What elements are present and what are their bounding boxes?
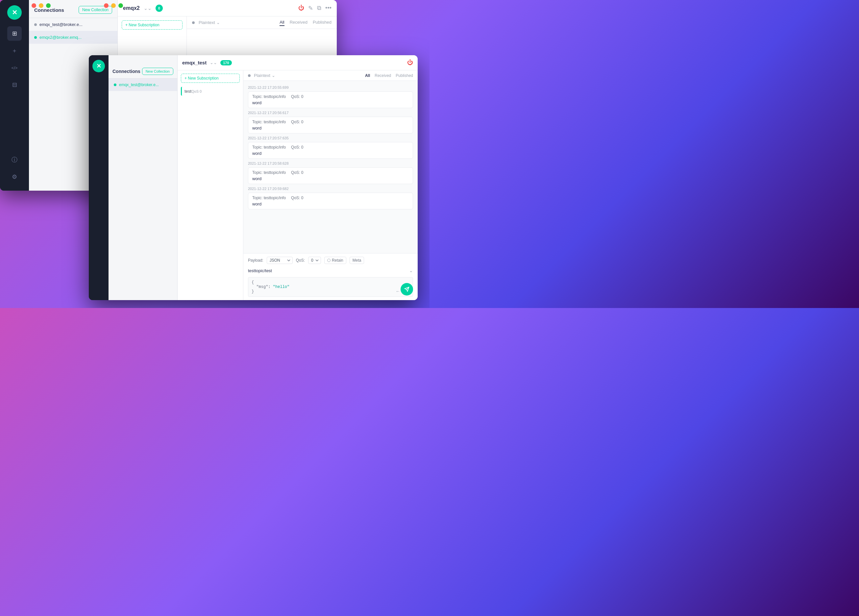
front-new-collection-button[interactable]: New Collection [142, 68, 173, 75]
front-sub-qos: QoS 0 [191, 89, 201, 94]
msg-meta-2: Topic: testtopic/info QoS: 0 [252, 145, 409, 150]
front-connection-item-0[interactable]: emqx_test@broker.e... [109, 78, 177, 91]
back-connections-title: Connections [34, 7, 64, 13]
msg-timestamp-2: 2021-12-22 17:20:57:635 [248, 135, 413, 141]
sidebar-settings-icon[interactable]: ⚙ [7, 170, 22, 184]
msg-qos-1: QoS: 0 [291, 120, 303, 124]
back-msg-header: Plaintext ⌄ All Received Published [187, 16, 337, 29]
back-connection-item-0[interactable]: emqx_test@broker.e... [29, 18, 117, 31]
msg-meta-4: Topic: testtopic/info QoS: 0 [252, 196, 409, 200]
back-plaintext-button[interactable]: Plaintext ⌄ [198, 20, 220, 25]
front-topbar-actions: ⏻ [407, 59, 413, 66]
back-topbar-actions: ⏻ ✎ ⧉ ••• [298, 5, 331, 12]
compose-json-editor[interactable]: { "msg": "hello" } ← − → [248, 277, 413, 297]
sidebar-connections-icon[interactable]: ⊞ [7, 26, 22, 41]
front-msg-header: Plaintext ⌄ All Received Published [244, 70, 418, 81]
front-sidebar: ✕ [89, 55, 109, 300]
front-maximize-btn[interactable] [119, 3, 123, 8]
back-conn-dot-1 [34, 36, 37, 39]
front-tab-published[interactable]: Published [396, 73, 413, 78]
messages-list: 2021-12-22 17:20:55:699 Topic: testtopic… [244, 81, 418, 253]
msg-qos-4: QoS: 0 [291, 196, 303, 200]
msg-bubble-4: Topic: testtopic/info QoS: 0 word [248, 193, 413, 209]
qos-select[interactable]: 0 1 2 [308, 257, 321, 264]
front-traffic-lights [104, 3, 123, 8]
sidebar-info-icon[interactable]: ⓘ [7, 153, 22, 167]
front-conn-dot-0 [114, 84, 116, 86]
json-prev-btn[interactable]: ← [396, 289, 400, 294]
back-minimize-btn[interactable] [39, 3, 44, 8]
msg-bubble-3: Topic: testtopic/info QoS: 0 word [248, 167, 413, 184]
sidebar-script-icon[interactable]: </> [7, 61, 22, 75]
msg-body-1: word [252, 126, 409, 131]
back-tab-published[interactable]: Published [313, 19, 331, 26]
back-maximize-btn[interactable] [46, 3, 51, 8]
sidebar-table-icon[interactable]: ⊟ [7, 78, 22, 92]
back-close-btn[interactable] [31, 3, 36, 8]
back-tab-all[interactable]: All [280, 19, 284, 26]
front-filter-tabs: All Received Published [365, 73, 413, 78]
send-button[interactable] [401, 283, 413, 296]
msg-body-2: word [252, 151, 409, 156]
msg-qos-0: QoS: 0 [291, 94, 303, 99]
back-conn-dot-0 [34, 23, 37, 26]
front-conn-badge: 170 [220, 60, 231, 65]
front-conn-name-0: emqx_test@broker.e... [119, 83, 159, 87]
front-logo: ✕ [92, 60, 105, 72]
front-power-button[interactable]: ⏻ [407, 59, 413, 66]
meta-button[interactable]: Meta [350, 257, 364, 264]
topic-input[interactable] [248, 268, 409, 273]
msg-qos-3: QoS: 0 [291, 170, 303, 175]
compose-topic: ⌄ [248, 267, 413, 274]
front-tab-received[interactable]: Received [375, 73, 391, 78]
back-conn-name-label: emqx2 [123, 5, 140, 11]
msg-body-3: word [252, 176, 409, 181]
qos-label: QoS: [296, 258, 305, 263]
back-conn-name-1: emqx2@broker.emq... [39, 35, 81, 40]
back-conn-name-0: emqx_test@broker.e... [39, 22, 83, 27]
msg-timestamp-1: 2021-12-22 17:20:56:617 [248, 109, 413, 115]
back-more-button[interactable]: ••• [325, 5, 331, 11]
retain-checkbox [327, 259, 331, 262]
front-minimize-btn[interactable] [111, 3, 116, 8]
front-tab-all[interactable]: All [365, 73, 370, 78]
compose-toolbar: Payload: JSON Plaintext QoS: 0 1 2 [248, 257, 413, 264]
msg-meta-3: Topic: testtopic/info QoS: 0 [252, 170, 409, 175]
front-plaintext-chevron: ⌄ [272, 73, 275, 78]
front-status-dot [248, 74, 251, 77]
msg-topic-4: Topic: testtopic/info [252, 196, 286, 200]
back-connection-item-1[interactable]: emqx2@broker.emq... [29, 31, 117, 44]
payload-format-select[interactable]: JSON Plaintext [267, 257, 293, 264]
payload-label: Payload: [248, 258, 264, 263]
msg-body-4: word [252, 201, 409, 206]
back-edit-button[interactable]: ✎ [308, 5, 313, 12]
front-chevron-icon: ⌄⌄ [210, 60, 217, 65]
front-sub-item-test[interactable]: test QoS 0 [181, 87, 204, 96]
back-copy-button[interactable]: ⧉ [317, 5, 321, 11]
back-conn-badge: 0 [156, 5, 163, 12]
back-power-button[interactable]: ⏻ [298, 5, 304, 11]
msg-timestamp-3: 2021-12-22 17:20:58:628 [248, 160, 413, 166]
retain-toggle[interactable]: Retain [324, 257, 346, 264]
front-window: ✕ Connections New Collection emqx_test@b… [89, 55, 418, 300]
msg-topic-3: Topic: testtopic/info [252, 170, 286, 175]
send-icon [404, 287, 409, 292]
back-new-subscription-button[interactable]: + New Subscription [122, 20, 183, 30]
compose-area: Payload: JSON Plaintext QoS: 0 1 2 [244, 253, 418, 300]
front-close-btn[interactable] [104, 3, 109, 8]
front-plaintext-button[interactable]: Plaintext ⌄ [254, 73, 275, 78]
topic-expand-icon: ⌄ [409, 268, 413, 273]
front-sub-topic: test [184, 89, 191, 94]
sidebar-add-icon[interactable]: ＋ [7, 44, 22, 58]
front-conn-header: Connections New Collection [109, 64, 177, 78]
front-new-subscription-button[interactable]: + New Subscription [181, 73, 240, 83]
msg-timestamp-0: 2021-12-22 17:20:55:699 [248, 84, 413, 90]
msg-topic-1: Topic: testtopic/info [252, 120, 286, 124]
front-connections-panel: Connections New Collection emqx_test@bro… [109, 55, 178, 300]
msg-bubble-1: Topic: testtopic/info QoS: 0 word [248, 117, 413, 133]
back-tab-received[interactable]: Received [290, 19, 308, 26]
msg-topic-0: Topic: testtopic/info [252, 94, 286, 99]
msg-body-0: word [252, 100, 409, 105]
front-body: + New Subscription test QoS 0 Plaintext … [178, 70, 418, 300]
back-status-dot [192, 21, 195, 24]
